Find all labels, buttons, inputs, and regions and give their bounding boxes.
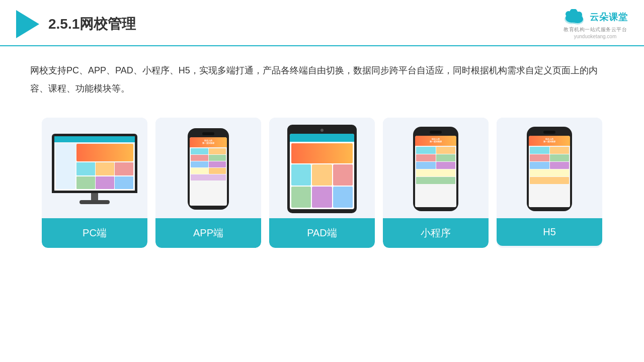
card-h5-label: H5 [497,218,602,246]
page-title: 2.5.1网校管理 [48,15,136,34]
tablet-pad-icon [287,125,357,213]
brand-logo: 云朵课堂 教育机构一站式服务云平台 yunduoketang.com [562,9,628,39]
svg-point-8 [576,12,582,18]
pc-monitor-icon [52,134,137,204]
card-h5[interactable]: 职达人的第一堂归推课 [497,118,602,248]
description-text: 网校支持PC、APP、PAD、小程序、H5，实现多端打通，产品各终端自由切换，数… [0,46,644,103]
card-pad-image [269,118,375,218]
brand-triangle-icon [16,10,39,38]
description-paragraph: 网校支持PC、APP、PAD、小程序、H5，实现多端打通，产品各终端自由切换，数… [30,61,614,98]
card-pad[interactable]: PAD端 [269,118,375,248]
header: 2.5.1网校管理 云朵课堂 教育机构一站式服务云平台 yunduoketang… [0,0,644,46]
card-app-label: APP端 [155,218,261,248]
card-pc-image [42,118,147,218]
cloud-icon [562,9,587,25]
phone-h5-icon: 职达人的第一堂归推课 [527,127,572,211]
card-app-image: 职达人的第一堂归推课 [155,118,261,218]
card-miniprogram[interactable]: 职达人的第一堂归推课 [383,118,489,248]
card-h5-image: 职达人的第一堂归推课 [497,118,602,218]
phone-app-icon: 职达人的第一堂归推课 [188,128,229,210]
card-app[interactable]: 职达人的第一堂归推课 [155,118,261,248]
brand-url: yunduoketang.com [574,34,617,39]
brand-name: 云朵课堂 [590,11,628,23]
platform-cards: PC端 职达人的第一堂归推课 [0,103,644,263]
header-left: 2.5.1网校管理 [16,10,136,38]
card-miniprogram-image: 职达人的第一堂归推课 [383,118,489,218]
phone-miniprogram-icon: 职达人的第一堂归推课 [413,127,458,211]
card-miniprogram-label: 小程序 [383,218,489,248]
brand-cloud: 云朵课堂 [562,9,628,25]
card-pc-label: PC端 [42,218,147,248]
card-pad-label: PAD端 [269,218,375,248]
brand-tagline: 教育机构一站式服务云平台 [564,26,627,33]
card-pc[interactable]: PC端 [42,118,147,248]
